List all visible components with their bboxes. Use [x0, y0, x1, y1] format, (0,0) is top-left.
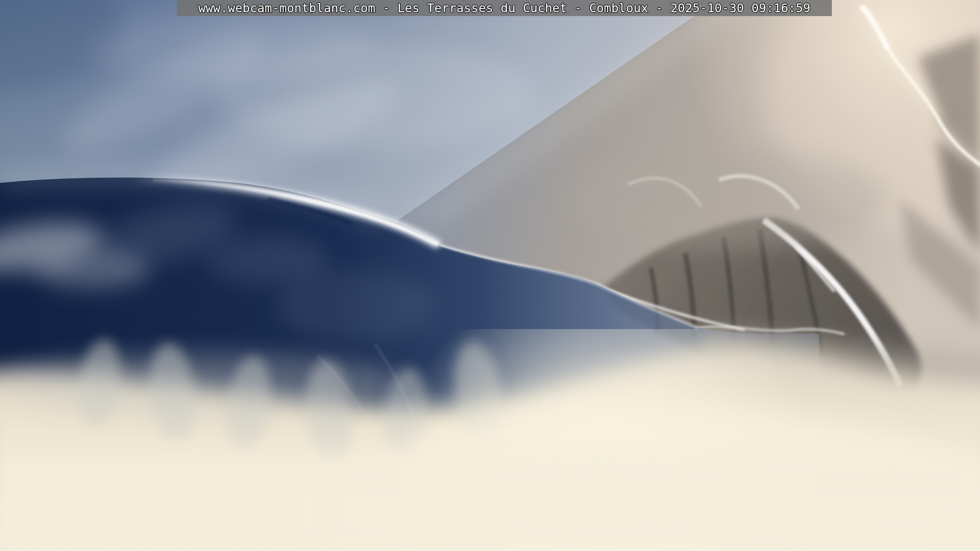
caption-text: www.webcam-montblanc.com - Les Terrasses… [198, 0, 810, 16]
webcam-snapshot: www.webcam-montblanc.com - Les Terrasses… [0, 0, 980, 551]
mountain-photo [0, 0, 980, 551]
caption-bar: www.webcam-montblanc.com - Les Terrasses… [177, 0, 832, 16]
photo-grain [0, 0, 980, 551]
